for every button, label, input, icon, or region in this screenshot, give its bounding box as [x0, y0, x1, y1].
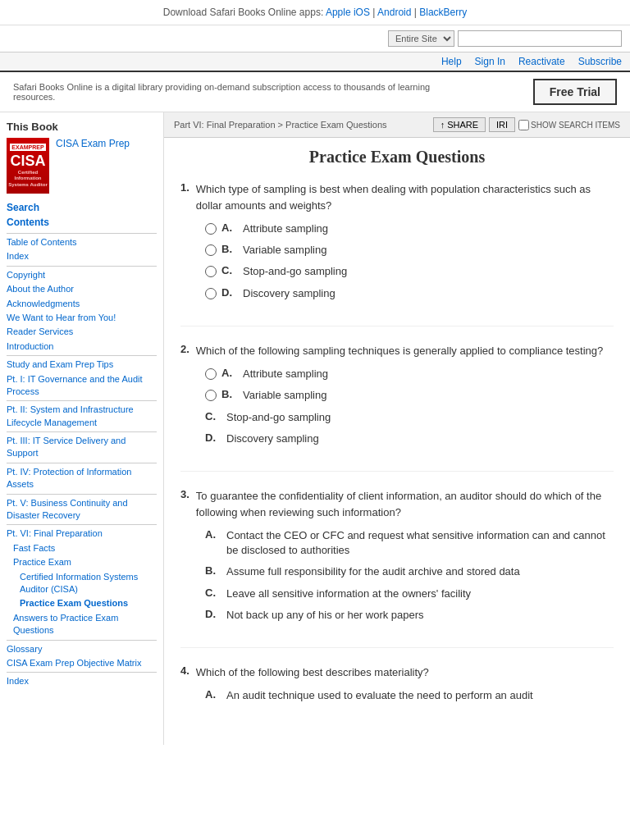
book-title-link[interactable]: CISA Exam Prep	[56, 138, 130, 149]
sidebar-link-study[interactable]: Study and Exam Prep Tips	[7, 358, 157, 371]
question-number-1: 1.	[180, 181, 189, 213]
sidebar-link-practice-exam-questions[interactable]: Practice Exam Questions	[7, 597, 157, 609]
sidebar-search[interactable]: Search	[7, 202, 157, 213]
answer-1c: C. Stop-and-go sampling	[205, 264, 614, 279]
show-search-checkbox[interactable]	[518, 120, 529, 130]
nav-bar: Help Sign In Reactivate Subscribe	[0, 52, 630, 72]
help-link[interactable]: Help	[441, 56, 462, 67]
sidebar-link-pt1[interactable]: Pt. I: IT Governance and the Audit Proce…	[7, 373, 157, 399]
question-header-1: 1. Which type of sampling is best when d…	[180, 181, 614, 213]
sign-in-link[interactable]: Sign In	[475, 56, 505, 67]
sidebar-link-glossary[interactable]: Glossary	[7, 643, 157, 655]
share-icon: ↑	[441, 120, 445, 130]
question-number-4: 4.	[180, 664, 189, 681]
top-bar-text: Download Safari Books Online apps:	[163, 7, 323, 18]
promo-bar: Safari Books Online is a digital library…	[0, 72, 630, 112]
sidebar-link-acknowledgments[interactable]: Acknowledgments	[7, 298, 157, 310]
share-label: SHARE	[447, 120, 478, 130]
search-input[interactable]	[458, 30, 622, 47]
divider-2	[180, 471, 614, 472]
sidebar-divider-7	[7, 494, 157, 495]
answer-2d: D. Discovery sampling	[205, 431, 614, 446]
question-block-1: 1. Which type of sampling is best when d…	[180, 181, 614, 301]
radio-1d[interactable]	[205, 288, 217, 299]
sidebar-divider-5	[7, 431, 157, 432]
questions-section: 1. Which type of sampling is best when d…	[164, 181, 630, 704]
radio-2a[interactable]	[205, 368, 217, 380]
question-block-3: 3. To guarantee the confidentiality of c…	[180, 488, 614, 623]
sidebar-link-hear[interactable]: We Want to Hear from You!	[7, 312, 157, 324]
answer-1b: B. Variable sampling	[205, 243, 614, 258]
sidebar-divider-4	[7, 400, 157, 401]
answer-4a: A. An audit technique used to evaluate t…	[205, 688, 614, 703]
sidebar-divider-1	[7, 233, 157, 234]
subscribe-link[interactable]: Subscribe	[578, 56, 622, 67]
sidebar-divider-10	[7, 672, 157, 673]
answer-2a: A. Attribute sampling	[205, 367, 614, 381]
breadcrumb-bar: Part VI: Final Preparation > Practice Ex…	[164, 112, 630, 138]
answer-3c: C. Leave all sensitive information at th…	[205, 587, 614, 601]
share-button[interactable]: ↑ SHARE	[433, 117, 486, 132]
divider-1	[180, 326, 614, 326]
radio-1b[interactable]	[205, 244, 217, 256]
free-trial-button[interactable]: Free Trial	[533, 79, 617, 105]
blackberry-link[interactable]: BlackBerry	[419, 7, 467, 18]
sidebar-link-pt3[interactable]: Pt. III: IT Service Delivery and Support	[7, 435, 157, 460]
main-layout: This Book EXAMPREP CISA Certified Inform…	[0, 112, 630, 745]
sidebar-link-practice-exam[interactable]: Practice Exam	[7, 556, 157, 568]
answer-1d: D. Discovery sampling	[205, 286, 614, 301]
sidebar-link-toc[interactable]: Table of Contents	[7, 236, 157, 249]
android-link[interactable]: Android	[377, 7, 411, 18]
apple-ios-link[interactable]: Apple iOS	[326, 7, 370, 18]
answer-3d: D. Not back up any of his or her work pa…	[205, 608, 614, 623]
sidebar-link-copyright[interactable]: Copyright	[7, 269, 157, 281]
sidebar-link-index-1[interactable]: Index	[7, 250, 157, 262]
sidebar-link-pt4[interactable]: Pt. IV: Protection of Information Assets	[7, 466, 157, 491]
sidebar: This Book EXAMPREP CISA Certified Inform…	[0, 112, 164, 745]
question-block-2: 2. Which of the following sampling techn…	[180, 343, 614, 446]
sidebar-link-reader-services[interactable]: Reader Services	[7, 326, 157, 338]
question-block-4: 4. Which of the following best describes…	[180, 664, 614, 704]
search-scope-select[interactable]: Entire Site	[388, 30, 454, 47]
book-cover: EXAMPREP CISA Certified Information Syst…	[7, 138, 49, 194]
question-text-2: Which of the following sampling techniqu…	[196, 343, 603, 359]
sidebar-section-title: This Book	[7, 121, 157, 133]
sidebar-link-introduction[interactable]: Introduction	[7, 340, 157, 353]
sidebar-contents[interactable]: Contents	[7, 217, 157, 228]
sidebar-divider-9	[7, 640, 157, 641]
answer-1a: A. Attribute sampling	[205, 221, 614, 236]
search-row: Entire Site	[0, 25, 630, 52]
iri-button[interactable]: IRI	[489, 117, 515, 132]
page-title: Practice Exam Questions	[164, 148, 630, 167]
question-text-1: Which type of sampling is best when deal…	[196, 181, 614, 213]
radio-1c[interactable]	[205, 266, 217, 277]
answer-3b: B. Assume full responsibility for the au…	[205, 564, 614, 579]
show-search-label: SHOW SEARCH ITEMS	[518, 120, 620, 130]
book-exam-prep-label: EXAMPREP	[10, 144, 45, 151]
sidebar-divider-2	[7, 266, 157, 267]
sidebar-link-pt5[interactable]: Pt. V: Business Continuity and Disaster …	[7, 497, 157, 523]
top-bar: Download Safari Books Online apps: Apple…	[0, 0, 630, 25]
sidebar-link-fast-facts[interactable]: Fast Facts	[7, 542, 157, 555]
question-header-4: 4. Which of the following best describes…	[180, 664, 614, 681]
sidebar-link-pt6[interactable]: Pt. VI: Final Preparation	[7, 527, 157, 540]
sidebar-link-answers[interactable]: Answers to Practice Exam Questions	[7, 612, 157, 637]
radio-2b[interactable]	[205, 390, 217, 401]
book-block: EXAMPREP CISA Certified Information Syst…	[7, 138, 157, 194]
book-cisa-label: CISA	[10, 153, 45, 170]
answer-2b: B. Variable sampling	[205, 388, 614, 403]
share-buttons: ↑ SHARE IRI SHOW SEARCH ITEMS	[433, 117, 620, 132]
question-header-3: 3. To guarantee the confidentiality of c…	[180, 488, 614, 520]
sidebar-link-objective-matrix[interactable]: CISA Exam Prep Objective Matrix	[7, 657, 157, 669]
sidebar-divider-6	[7, 463, 157, 463]
sidebar-link-author[interactable]: About the Author	[7, 283, 157, 295]
breadcrumb: Part VI: Final Preparation > Practice Ex…	[174, 120, 387, 130]
divider-3	[180, 647, 614, 648]
sidebar-link-index-2[interactable]: Index	[7, 675, 157, 687]
question-text-3: To guarantee the confidentiality of clie…	[196, 488, 614, 520]
sidebar-link-cisa[interactable]: Certified Information Systems Auditor (C…	[7, 571, 157, 596]
question-number-3: 3.	[180, 488, 189, 520]
reactivate-link[interactable]: Reactivate	[518, 56, 565, 67]
sidebar-link-pt2[interactable]: Pt. II: System and Infrastructure Lifecy…	[7, 404, 157, 429]
radio-1a[interactable]	[205, 223, 217, 235]
